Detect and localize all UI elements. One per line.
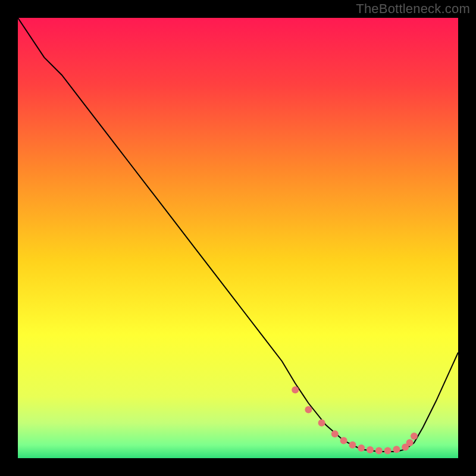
marker-dot (318, 419, 325, 427)
gradient-background (18, 18, 458, 458)
plot-area (18, 18, 458, 458)
marker-dot (367, 446, 374, 453)
chart-frame: TheBottleneck.com (0, 0, 476, 476)
marker-dot (393, 446, 400, 453)
marker-dot (411, 433, 418, 440)
marker-dot (340, 437, 347, 444)
chart-svg (18, 18, 458, 458)
watermark-text: TheBottleneck.com (356, 1, 470, 17)
marker-dot (358, 444, 365, 452)
marker-dot (406, 439, 414, 446)
marker-dot (384, 447, 392, 454)
marker-dot (375, 447, 383, 454)
marker-dot (349, 441, 356, 449)
marker-dot (305, 406, 312, 414)
marker-dot (331, 430, 339, 437)
marker-dot (292, 386, 299, 393)
